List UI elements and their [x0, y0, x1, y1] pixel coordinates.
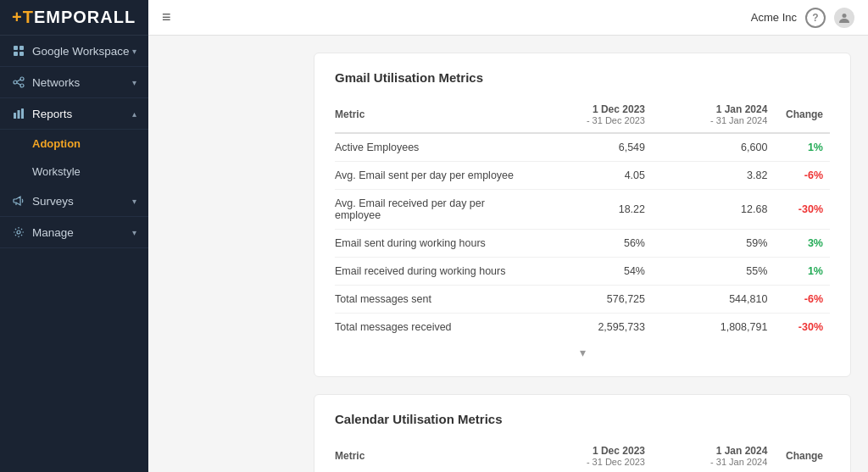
change-cell: 3%: [774, 230, 830, 258]
logo-text: +TEMPORALL: [12, 8, 136, 27]
dec-cell: 576,725: [530, 286, 652, 314]
main-content: Gmail Utilisation Metrics Metric 1 Dec 2…: [297, 36, 868, 472]
megaphone-icon: [12, 194, 25, 208]
sidebar-nav: Google Workspace ▾ Networks ▾: [0, 36, 148, 472]
svg-line-8: [17, 83, 20, 85]
chevron-right-icon2: ▾: [132, 197, 136, 206]
svg-rect-11: [21, 108, 24, 119]
sidebar: +TEMPORALL Google Workspace ▾: [0, 0, 148, 472]
metric-cell: Total messages received: [335, 314, 530, 342]
svg-point-13: [843, 14, 847, 18]
chevron-right-icon: ▾: [132, 78, 136, 87]
svg-rect-3: [19, 52, 24, 56]
hamburger-icon[interactable]: ≡: [162, 8, 171, 26]
svg-rect-9: [14, 113, 16, 119]
jan-cell: 1,808,791: [652, 314, 774, 342]
gmail-card-title: Gmail Utilisation Metrics: [335, 70, 830, 85]
calendar-card-title: Calendar Utilisation Metrics: [335, 412, 830, 426]
sidebar-item-surveys-label: Surveys: [32, 195, 74, 208]
sidebar-item-networks[interactable]: Networks ▾: [0, 67, 148, 98]
dec-cell: 4.05: [530, 162, 652, 190]
metric-cell: Active Employees: [335, 133, 530, 162]
dec-cell: 56%: [530, 230, 652, 258]
svg-point-6: [20, 84, 24, 87]
dec-cell: 6,549: [530, 133, 652, 162]
metric-cell: Avg. Email sent per day per employee: [335, 162, 530, 190]
metric-cell: Avg. Email received per day per employee: [335, 190, 530, 230]
sidebar-item-manage[interactable]: Manage ▾: [0, 217, 148, 248]
dec-cell: 2,595,733: [530, 314, 652, 342]
jan-cell: 12.68: [652, 190, 774, 230]
change-cell: -6%: [774, 286, 830, 314]
jan-cell: 55%: [652, 258, 774, 286]
change-cell: -30%: [774, 190, 830, 230]
svg-point-4: [20, 77, 24, 81]
svg-rect-1: [19, 46, 24, 50]
company-name: Acme Inc: [751, 11, 797, 24]
share-icon: [12, 75, 25, 89]
sidebar-subitem-adoption[interactable]: Adoption: [0, 130, 148, 158]
change-cell: 1%: [774, 258, 830, 286]
calendar-col-metric: Metric: [335, 440, 530, 472]
sidebar-item-google-workspace[interactable]: Google Workspace ▾: [0, 36, 148, 67]
calendar-col-change: Change: [774, 440, 830, 472]
calendar-col-dec: 1 Dec 2023 - 31 Dec 2023: [530, 440, 652, 472]
gmail-table: Metric 1 Dec 2023 - 31 Dec 2023 1 Jan 20…: [335, 98, 830, 341]
table-row: Email received during working hours 54% …: [335, 258, 830, 286]
table-row: Total messages received 2,595,733 1,808,…: [335, 314, 830, 342]
table-row: Avg. Email sent per day per employee 4.0…: [335, 162, 830, 190]
calendar-utilisation-card: Calendar Utilisation Metrics Metric 1 De…: [314, 394, 851, 472]
svg-rect-10: [18, 110, 20, 119]
user-icon[interactable]: [834, 8, 854, 28]
sidebar-item-surveys[interactable]: Surveys ▾: [0, 186, 148, 217]
metric-cell: Email received during working hours: [335, 258, 530, 286]
sidebar-item-manage-label: Manage: [32, 226, 74, 239]
dec-cell: 54%: [530, 258, 652, 286]
app-header: ≡ Acme Inc ?: [148, 0, 868, 36]
table-row: Email sent during working hours 56% 59% …: [335, 230, 830, 258]
calendar-col-jan: 1 Jan 2024 - 31 Jan 2024: [652, 440, 774, 472]
svg-rect-2: [14, 52, 18, 56]
table-row: Avg. Email received per day per employee…: [335, 190, 830, 230]
chevron-up-icon: ▴: [132, 109, 136, 119]
chevron-down-icon: ▾: [132, 47, 136, 56]
change-cell: -30%: [774, 314, 830, 342]
table-row: Active Employees 6,549 6,600 1%: [335, 133, 830, 162]
gmail-col-metric: Metric: [335, 98, 530, 133]
change-cell: 1%: [774, 133, 830, 162]
jan-cell: 544,810: [652, 286, 774, 314]
gmail-utilisation-card: Gmail Utilisation Metrics Metric 1 Dec 2…: [314, 53, 851, 377]
gmail-col-dec: 1 Dec 2023 - 31 Dec 2023: [530, 98, 652, 133]
sidebar-item-reports-label: Reports: [32, 108, 72, 120]
logo: +TEMPORALL: [0, 0, 148, 36]
svg-point-12: [17, 230, 20, 234]
jan-cell: 6,600: [652, 133, 774, 162]
sidebar-subitem-workstyle[interactable]: Workstyle: [0, 158, 148, 186]
table-row: Total messages sent 576,725 544,810 -6%: [335, 286, 830, 314]
calendar-table: Metric 1 Dec 2023 - 31 Dec 2023 1 Jan 20…: [335, 440, 830, 472]
jan-cell: 3.82: [652, 162, 774, 190]
chart-icon: [12, 107, 25, 120]
grid-icon: [12, 44, 25, 58]
change-cell: -6%: [774, 162, 830, 190]
sidebar-item-networks-label: Networks: [32, 76, 80, 89]
chevron-right-icon3: ▾: [132, 228, 136, 237]
dec-cell: 18.22: [530, 190, 652, 230]
help-icon[interactable]: ?: [805, 8, 826, 28]
svg-rect-0: [14, 46, 18, 50]
metric-cell: Email sent during working hours: [335, 230, 530, 258]
sidebar-item-reports[interactable]: Reports ▴: [0, 98, 148, 130]
metric-cell: Total messages sent: [335, 286, 530, 314]
jan-cell: 59%: [652, 230, 774, 258]
gmail-col-jan: 1 Jan 2024 - 31 Jan 2024: [652, 98, 774, 133]
gmail-col-change: Change: [774, 98, 830, 133]
svg-line-7: [17, 80, 20, 81]
expand-gmail-icon[interactable]: ▾: [335, 341, 830, 359]
sidebar-item-google-workspace-label: Google Workspace: [32, 45, 130, 58]
svg-point-5: [14, 81, 17, 84]
gear-icon: [12, 225, 25, 239]
